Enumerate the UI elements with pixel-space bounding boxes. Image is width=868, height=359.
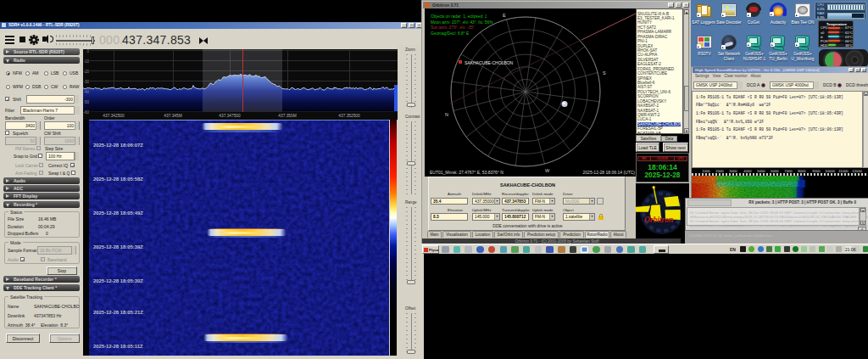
svg-text:-60: -60 (83, 109, 89, 114)
svg-text:Orbitron: Orbitron (644, 216, 673, 224)
svg-text:-50: -50 (83, 99, 89, 104)
svg-text:Geomag/Decl: 6.8° E: Geomag/Decl: 6.8° E (431, 31, 469, 36)
svg-text:N: N (445, 112, 448, 117)
svg-text:EUT01_Minsk: 27.4767° E, 53.83: EUT01_Minsk: 27.4767° E, 53.8376° N (430, 170, 504, 175)
svg-text:437.350M: 437.350M (278, 114, 296, 118)
svg-text:-30: -30 (83, 79, 89, 83)
svg-text:437.352500: 437.352500 (338, 114, 360, 118)
svg-text:W: W (545, 168, 550, 173)
svg-text:SAKHACUBE-CHOLBON: SAKHACUBE-CHOLBON (465, 60, 514, 65)
svg-text:2025-12-28 18:06:14 (UTC): 2025-12-28 18:06:14 (UTC) (583, 170, 636, 175)
svg-text:S: S (603, 70, 606, 76)
svg-text:Objects on radar: 1, eclipsed:: Objects on radar: 1, eclipsed: 1 (431, 14, 487, 19)
svg-text:-20: -20 (83, 69, 89, 73)
svg-text:Moon azm: 207°, elv: 43°, ilu:: Moon azm: 207°, elv: 43°, ilu: 56% (431, 20, 493, 25)
svg-text:437.342500: 437.342500 (103, 114, 125, 118)
svg-text:Sun azm: 279°, elv: -35°: Sun azm: 279°, elv: -35° (431, 25, 475, 30)
svg-text:0: 0 (86, 49, 89, 53)
svg-text:-10: -10 (83, 59, 89, 63)
svg-text:-40: -40 (83, 89, 89, 93)
svg-text:E: E (503, 13, 506, 18)
svg-text:437.347500: 437.347500 (219, 114, 241, 118)
svg-text:437.345M: 437.345M (164, 114, 181, 118)
